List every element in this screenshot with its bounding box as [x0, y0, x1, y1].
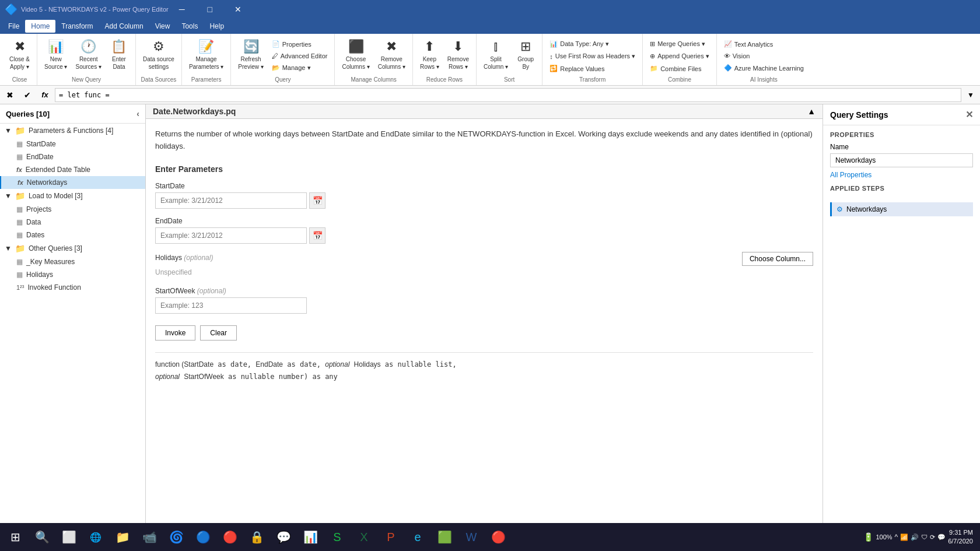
remove-rows-button[interactable]: ⬇ RemoveRows ▾: [444, 36, 473, 73]
battery-text: 100%: [876, 534, 892, 541]
combine-files-button[interactable]: 📁 Combine Files: [646, 63, 713, 74]
powerbi-button[interactable]: 📊: [298, 524, 323, 550]
split-column-button[interactable]: ⫿ SplitColumn ▾: [480, 36, 512, 73]
advanced-editor-button[interactable]: 🖊 Advanced Editor: [268, 51, 331, 61]
tool1-button[interactable]: 🔴: [217, 524, 243, 550]
sidebar-item-key-measures[interactable]: ▦ _Key Measures: [0, 255, 145, 268]
manage-button[interactable]: 📂 Manage ▾: [268, 62, 331, 73]
sidebar-item-holidays[interactable]: ▦ Holidays: [0, 268, 145, 281]
use-first-row-button[interactable]: ↕ Use First Row as Headers ▾: [546, 51, 639, 62]
invoke-button[interactable]: Invoke: [155, 325, 195, 341]
param-startdate-input[interactable]: [155, 192, 307, 209]
file-explorer-button[interactable]: 📁: [110, 524, 135, 550]
taskview-button[interactable]: ⬜: [56, 524, 82, 550]
start-button[interactable]: ⊞: [2, 524, 28, 550]
action-center-icon[interactable]: 💬: [937, 534, 946, 541]
folder-icon: 📁: [15, 191, 25, 201]
menu-tools[interactable]: Tools: [176, 20, 204, 33]
menu-transform[interactable]: Transform: [55, 20, 99, 33]
green-button[interactable]: 🟩: [432, 524, 457, 550]
menu-file[interactable]: File: [2, 20, 25, 33]
new-query-group-label: New Query: [72, 74, 101, 83]
recent-sources-button[interactable]: 🕐 RecentSources ▾: [72, 36, 104, 73]
browser2-button[interactable]: 🌀: [163, 524, 189, 550]
refresh-preview-button[interactable]: 🔄 RefreshPreview ▾: [235, 36, 267, 73]
choose-columns-button[interactable]: ⬛ ChooseColumns ▾: [338, 36, 373, 73]
sidebar-item-data[interactable]: ▦ Data: [0, 216, 145, 229]
sidebar-item-startdate[interactable]: ▦ StartDate: [0, 138, 145, 150]
advanced-editor-label: Advanced Editor: [281, 52, 328, 59]
choose-columns-icon: ⬛: [348, 38, 364, 55]
sidebar-collapse-button[interactable]: ‹: [136, 109, 139, 118]
formula-expand-button[interactable]: ▼: [964, 88, 978, 102]
sidebar-item-dates[interactable]: ▦ Dates: [0, 229, 145, 241]
step-label: Networkdays: [846, 205, 887, 213]
formula-fx-button[interactable]: fx: [37, 88, 52, 102]
formula-cancel-button[interactable]: ✖: [2, 88, 18, 102]
menu-help[interactable]: Help: [204, 20, 230, 33]
zoom-button[interactable]: 📹: [136, 524, 162, 550]
azure-ml-button[interactable]: 🔷 Azure Machine Learning: [720, 62, 807, 73]
new-source-button[interactable]: 📊 NewSource ▾: [41, 36, 71, 73]
close-window-button[interactable]: ✕: [225, 0, 251, 19]
advanced-editor-icon: 🖊: [272, 52, 278, 59]
chevron-icon[interactable]: ^: [895, 533, 898, 541]
manage-parameters-button[interactable]: 📝 ManageParameters ▾: [186, 36, 227, 73]
clear-button[interactable]: Clear: [200, 325, 237, 341]
param-enddate-input[interactable]: [155, 227, 307, 244]
minimize-button[interactable]: ─: [169, 0, 195, 19]
sidebar-item-extended-date-table[interactable]: fx Extended Date Table: [0, 163, 145, 176]
sidebar-item-enddate[interactable]: ▦ EndDate: [0, 150, 145, 163]
text-analytics-button[interactable]: 📈 Text Analytics: [720, 38, 807, 50]
menu-add-column[interactable]: Add Column: [99, 20, 149, 33]
formula-confirm-button[interactable]: ✔: [20, 88, 35, 102]
ie-button[interactable]: e: [405, 524, 430, 550]
refresh-label: RefreshPreview ▾: [238, 55, 263, 71]
search-button[interactable]: 🔍: [29, 524, 55, 550]
query-settings-panel: Query Settings ✕ PROPERTIES Name All Pro…: [822, 104, 980, 534]
excel-button[interactable]: X: [351, 524, 377, 550]
merge-queries-button[interactable]: ⊞ Merge Queries ▾: [646, 38, 713, 50]
enter-data-button[interactable]: 📋 EnterData: [106, 36, 132, 73]
data-type-button[interactable]: 📊 Data Type: Any ▾: [546, 38, 639, 50]
use-first-row-icon: ↕: [550, 53, 553, 60]
sidebar-group-other[interactable]: ▼ 📁 Other Queries [3]: [0, 241, 145, 255]
query-name-input[interactable]: [830, 153, 973, 167]
sidebar-item-projects[interactable]: ▦ Projects: [0, 203, 145, 216]
word-button[interactable]: W: [459, 524, 484, 550]
group-by-button[interactable]: ⊞ GroupBy: [513, 36, 538, 73]
formula-input[interactable]: [55, 88, 961, 102]
step-networkdays[interactable]: ⚙ Networkdays: [830, 202, 973, 216]
data-source-settings-button[interactable]: ⚙ Data sourcesettings: [139, 36, 178, 73]
append-queries-button[interactable]: ⊕ Append Queries ▾: [646, 51, 713, 62]
all-properties-link[interactable]: All Properties: [830, 171, 973, 179]
edge-button[interactable]: 🌐: [83, 524, 108, 550]
sidebar-item-networkdays[interactable]: fx Networkdays: [0, 176, 145, 189]
remove-columns-button[interactable]: ✖ RemoveColumns ▾: [374, 36, 409, 73]
enddate-calendar-button[interactable]: 📅: [309, 227, 326, 244]
ppt-button[interactable]: P: [378, 524, 404, 550]
query-settings-close-button[interactable]: ✕: [965, 109, 973, 120]
close-apply-button[interactable]: ✖ Close & Apply ▾: [6, 36, 33, 73]
tool2-button[interactable]: 🔒: [244, 524, 270, 550]
replace-values-button[interactable]: 🔁 Replace Values: [546, 63, 639, 74]
sidebar-group-params[interactable]: ▼ 📁 Parameters & Functions [4]: [0, 124, 145, 138]
s-button[interactable]: S: [324, 524, 350, 550]
red2-button[interactable]: 🔴: [485, 524, 511, 550]
menu-home[interactable]: Home: [25, 20, 55, 33]
chrome-button[interactable]: 🔵: [190, 524, 216, 550]
startdate-calendar-button[interactable]: 📅: [309, 192, 326, 209]
remove-rows-label: RemoveRows ▾: [447, 55, 469, 71]
choose-column-button[interactable]: Choose Column...: [742, 252, 813, 266]
menu-view[interactable]: View: [149, 20, 176, 33]
properties-button[interactable]: 📄 Properties: [268, 38, 331, 50]
skype-button[interactable]: 💬: [271, 524, 296, 550]
sidebar-group-load-model[interactable]: ▼ 📁 Load to Model [3]: [0, 189, 145, 203]
vision-button[interactable]: 👁 Vision: [720, 51, 807, 61]
param-startofweek-input[interactable]: [155, 297, 307, 314]
restore-button[interactable]: □: [197, 0, 223, 19]
keep-rows-button[interactable]: ⬆ KeepRows ▾: [416, 36, 443, 73]
properties-section: PROPERTIES Name All Properties: [823, 125, 980, 185]
sidebar-item-invoked-function[interactable]: 1²³ Invoked Function: [0, 281, 145, 294]
content-collapse-icon[interactable]: ▲: [807, 107, 816, 116]
